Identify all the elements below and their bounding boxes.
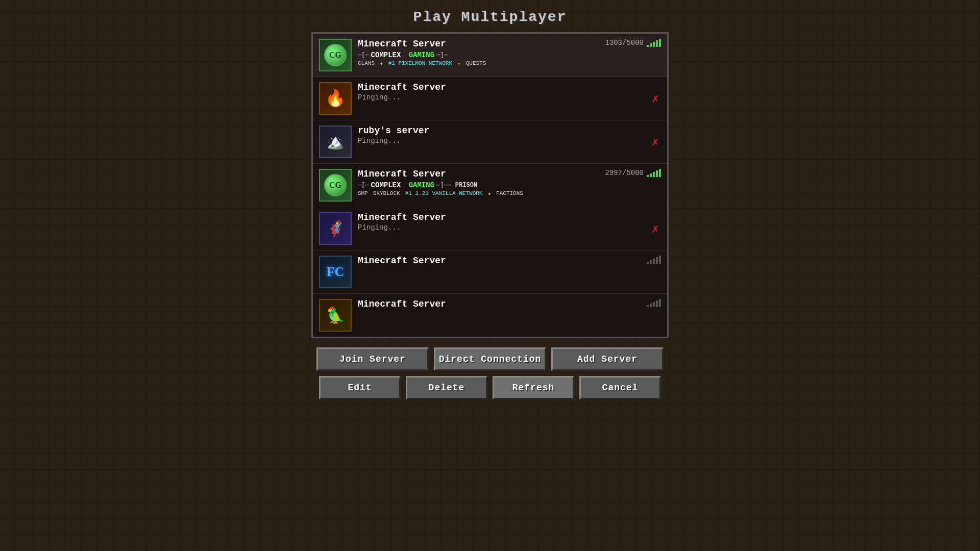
server-item[interactable]: CG Minecraft Server 2997/5000	[313, 164, 667, 207]
server-item[interactable]: FC Minecraft Server	[313, 251, 667, 294]
server-name: Minecraft Server	[358, 169, 446, 179]
signal-icon	[647, 169, 661, 177]
server-name: Minecraft Server	[358, 212, 446, 222]
pinging-status: Pinging...	[358, 223, 661, 232]
server-icon: 🏔️	[319, 126, 352, 158]
server-players: 1303/5000	[605, 39, 661, 47]
direct-connection-button[interactable]: Direct Connection	[434, 347, 546, 371]
server-list[interactable]: CG Minecraft Server 1303/5000	[313, 34, 667, 337]
signal-icon	[647, 256, 661, 264]
pinging-status: Pinging...	[358, 137, 661, 145]
server-list-container: CG Minecraft Server 1303/5000	[311, 32, 669, 338]
pinging-status: Pinging...	[358, 93, 661, 102]
signal-icon	[647, 299, 661, 307]
bottom-buttons: Join Server Direct Connection Add Server…	[311, 347, 669, 399]
server-icon: 🔥	[319, 82, 352, 115]
join-server-button[interactable]: Join Server	[316, 347, 429, 371]
server-name: Minecraft Server	[358, 256, 446, 266]
server-icon: CG	[319, 39, 352, 71]
server-icon: CG	[319, 169, 352, 202]
delete-button[interactable]: Delete	[406, 376, 487, 399]
cancel-button[interactable]: Cancel	[579, 376, 661, 399]
server-icon: FC	[319, 256, 352, 288]
error-icon: ✗	[652, 135, 659, 149]
refresh-button[interactable]: Refresh	[493, 376, 574, 399]
server-name: Minecraft Server	[358, 82, 446, 92]
server-name: Minecraft Server	[358, 299, 446, 309]
server-players: 2997/5000	[605, 169, 661, 177]
page-title: Play Multiplayer	[413, 9, 567, 25]
server-item[interactable]: 🦜 Minecraft Server	[313, 294, 667, 337]
error-icon: ✗	[652, 91, 659, 106]
server-name: Minecraft Server	[358, 39, 446, 49]
error-icon: ✗	[652, 221, 659, 236]
add-server-button[interactable]: Add Server	[551, 347, 664, 371]
server-item[interactable]: 🔥 Minecraft Server Pinging... ✗	[313, 77, 667, 120]
edit-button[interactable]: Edit	[319, 376, 401, 399]
signal-icon	[647, 39, 661, 47]
server-name: ruby's server	[358, 126, 429, 136]
server-item[interactable]: 🏔️ ruby's server Pinging... ✗	[313, 120, 667, 164]
server-icon: 🦸	[319, 212, 352, 245]
server-icon: 🦜	[319, 299, 352, 332]
server-item[interactable]: 🦸 Minecraft Server Pinging... ✗	[313, 207, 667, 251]
server-item[interactable]: CG Minecraft Server 1303/5000	[313, 34, 667, 77]
